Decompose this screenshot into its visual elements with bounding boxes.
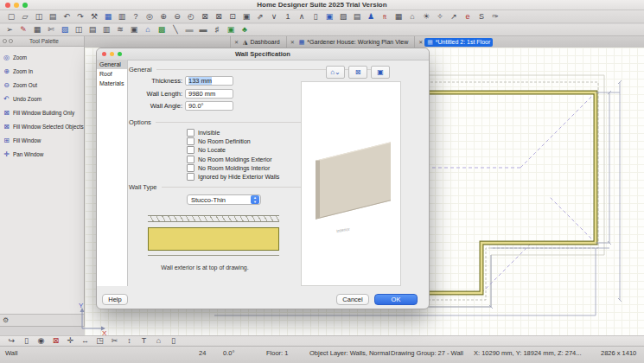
undo-zoom-icon[interactable]: ◴	[184, 11, 198, 22]
tab-close-icon[interactable]: ✕	[418, 39, 423, 45]
wall-type-dropdown[interactable]: Stucco-Thin ▲▼	[187, 194, 261, 205]
wall-3d-preview[interactable]: Interior	[301, 81, 401, 286]
wall-tool-icon[interactable]: ▨	[58, 24, 72, 35]
palette-item-zoom[interactable]: ◎ Zoom	[0, 50, 84, 64]
break-tool-icon[interactable]: ✄	[44, 24, 58, 35]
checkbox-no-room-moldings-interior[interactable]: No Room Moldings Interior	[187, 164, 270, 172]
dropdown-stepper-icon[interactable]: ▲▼	[251, 195, 259, 204]
help-icon[interactable]: ?	[129, 11, 143, 22]
up-one-floor-icon[interactable]: ∧	[295, 11, 309, 22]
line-tool-icon[interactable]: ╲	[169, 24, 182, 35]
checkbox-no-room-definition[interactable]: No Room Definition	[187, 137, 251, 145]
furniture-group-icon[interactable]: ▦	[392, 11, 405, 22]
checkbox[interactable]	[187, 129, 194, 137]
print-icon[interactable]: ▤	[46, 11, 60, 22]
checkbox[interactable]	[187, 164, 194, 172]
preview-orbit-button[interactable]: ⌂⌄	[326, 66, 345, 79]
library-browser-icon[interactable]: ▦	[101, 11, 115, 22]
north-pointer-icon[interactable]: ✧	[433, 11, 447, 22]
checkbox[interactable]	[187, 173, 194, 181]
door-tool-icon[interactable]: ◫	[72, 24, 86, 35]
preview-camera-button[interactable]: ▣	[371, 66, 390, 79]
field-input[interactable]: 90.0°	[185, 101, 233, 111]
print-preview-icon[interactable]: ▣	[239, 11, 253, 22]
new-plan-icon[interactable]: ▢	[4, 11, 18, 22]
fixture-tool-icon[interactable]: ▥	[99, 24, 113, 35]
build-tools-icon[interactable]: ⚒	[87, 11, 101, 22]
measure-arrow-icon[interactable]: ↗	[447, 11, 461, 22]
feather-icon[interactable]: ✑	[488, 11, 502, 22]
tab-dashboard[interactable]: ✕ ◮ Dashboard	[230, 36, 286, 48]
palette-collapse-button[interactable]	[9, 39, 13, 43]
style-palette-icon[interactable]: S	[475, 11, 488, 22]
field-wall-length: Wall Length: 9980 mm	[127, 89, 233, 99]
fireplace-tool-icon[interactable]: ▣	[127, 24, 141, 35]
tab-working-plan-view[interactable]: ✕ ▦ *Gardener House: Working Plan View	[286, 36, 415, 48]
palette-item-fill-window-building-only[interactable]: ⊠ Fill Window Building Only	[0, 105, 84, 119]
preview-fill-window-button[interactable]: ⊠	[348, 66, 367, 79]
notes-icon[interactable]: ▤	[350, 11, 364, 22]
checkbox[interactable]	[187, 146, 194, 154]
tab-close-icon[interactable]: ✕	[234, 39, 239, 45]
dialog-tab-general[interactable]: General	[97, 60, 127, 69]
cancel-button[interactable]: Cancel	[336, 294, 369, 305]
cabinet-tool-icon[interactable]: ▤	[86, 24, 99, 35]
checkbox[interactable]	[187, 137, 194, 145]
fill-window-building-icon[interactable]: ⊠	[212, 11, 226, 22]
slab-tool-icon[interactable]: ▬	[182, 24, 196, 35]
checkbox-no-room-moldings-exterior[interactable]: No Room Moldings Exterior	[187, 156, 272, 163]
dialog-titlebar[interactable]: Wall Specification	[97, 48, 429, 60]
zoom-icon[interactable]: ◎	[143, 11, 156, 22]
reference-manual-icon[interactable]: ▥	[115, 11, 129, 22]
reference-display-icon[interactable]: ⊡	[226, 11, 239, 22]
roof-tool-icon[interactable]: ⌂	[141, 24, 155, 35]
plant-tool-icon[interactable]: ♣	[238, 24, 252, 35]
select-objects-icon[interactable]: ➢	[3, 24, 16, 35]
house-view-icon[interactable]: ⌂	[405, 11, 419, 22]
ok-button[interactable]: OK	[374, 294, 418, 305]
stairs-tool-icon[interactable]: ≋	[113, 24, 127, 35]
palette-item-undo-zoom[interactable]: ↶ Undo Zoom	[0, 92, 84, 105]
undo-icon[interactable]: ↶	[60, 11, 73, 22]
zoom-in-icon[interactable]: ⊕	[156, 11, 170, 22]
redo-icon[interactable]: ↷	[73, 11, 87, 22]
terrain-tool-icon[interactable]: ▩	[155, 24, 169, 35]
layout-box-icon[interactable]: ▯	[309, 11, 322, 22]
current-floor-indicator[interactable]: 1	[281, 11, 295, 22]
fill-window-icon[interactable]: ⊠	[198, 11, 212, 22]
footprints-icon[interactable]: ft	[378, 11, 392, 22]
tape-measure-icon[interactable]: ⇗	[253, 11, 267, 22]
room-divider-icon[interactable]: ▬	[196, 24, 210, 35]
palette-settings-gear-icon[interactable]: ⚙	[3, 316, 9, 324]
checkbox-no-locate[interactable]: No Locate	[187, 146, 226, 154]
dialog-tab-roof[interactable]: Roof	[97, 69, 127, 79]
window-tool-icon[interactable]: ▦	[30, 24, 44, 35]
palette-close-button[interactable]	[3, 39, 7, 43]
doll-house-view-icon[interactable]: ▨	[336, 11, 350, 22]
checkbox-ignored-by-hide-exterior-walls[interactable]: Ignored by Hide Exterior Walls	[187, 173, 279, 181]
field-input[interactable]: 133 mm	[185, 76, 233, 86]
checkbox-invisible[interactable]: Invisible	[187, 129, 220, 137]
railing-tool-icon[interactable]: ♯	[210, 24, 224, 35]
sun-light-icon[interactable]: ☀	[419, 11, 433, 22]
palette-item-zoom-out[interactable]: ⊖ Zoom Out	[0, 78, 84, 92]
palette-item-fill-window-selected-objects[interactable]: ⊠ Fill Window Selected Objects	[0, 119, 84, 133]
tab-close-icon[interactable]: ✕	[290, 39, 295, 45]
camera-view-icon[interactable]: ▣	[322, 11, 336, 22]
walkthrough-icon[interactable]: ♟	[364, 11, 378, 22]
checkbox[interactable]	[187, 156, 194, 163]
dialog-tab-materials[interactable]: Materials	[97, 79, 127, 88]
help-button[interactable]: Help	[102, 294, 128, 305]
save-plan-icon[interactable]: ◫	[32, 11, 46, 22]
open-plan-icon[interactable]: ▱	[18, 11, 32, 22]
zoom-out-icon[interactable]: ⊖	[170, 11, 184, 22]
library-object-icon[interactable]: ✎	[16, 24, 30, 35]
palette-item-fill-window[interactable]: ⊞ Fill Window	[0, 133, 84, 147]
palette-item-zoom-in[interactable]: ⊕ Zoom In	[0, 64, 84, 78]
picture-tool-icon[interactable]: ▣	[224, 24, 238, 35]
field-input[interactable]: 9980 mm	[185, 89, 233, 99]
ecommerce-icon[interactable]: e	[461, 11, 475, 22]
down-one-floor-icon[interactable]: ∨	[267, 11, 281, 22]
tab-untitled-2[interactable]: ✕ ▦ *Untitled 2: 1st Floor	[414, 36, 496, 48]
palette-item-pan-window[interactable]: ✛ Pan Window	[0, 147, 84, 161]
